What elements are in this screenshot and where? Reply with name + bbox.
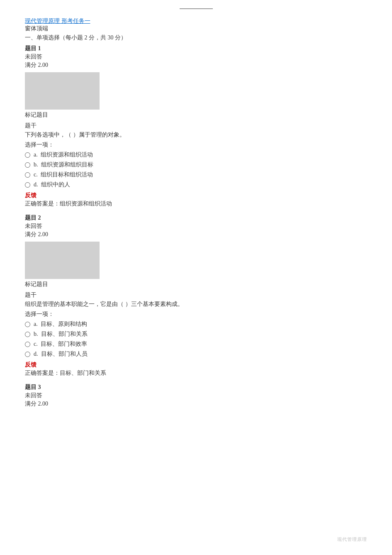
score-2: 满分 2.00	[25, 231, 367, 238]
question-text-1: 下列各选项中，（ ）属于管理的对象。	[25, 131, 367, 139]
question-label-2: 题目 2	[25, 214, 367, 222]
correct-answer-2: 正确答案是：目标、部门和关系	[25, 369, 367, 377]
select-prompt-2: 选择一项：	[25, 311, 367, 318]
radio-1b[interactable]	[25, 162, 30, 168]
unanswered-1: 未回答	[25, 53, 367, 61]
correct-answer-1: 正确答案是：组织资源和组织活动	[25, 200, 367, 208]
option-text-1c: c. 组织目标和组织活动	[34, 171, 93, 178]
score-3: 满分 2.00	[25, 400, 367, 408]
select-prompt-1: 选择一项：	[25, 141, 367, 149]
radio-1c[interactable]	[25, 172, 30, 178]
option-1c[interactable]: c. 组织目标和组织活动	[25, 171, 367, 178]
window-top-label: 窗体顶端	[25, 25, 367, 32]
option-text-1d: d. 组织中的人	[34, 181, 70, 188]
radio-2d[interactable]	[25, 352, 30, 357]
option-text-2c: c. 目标、部门和效率	[34, 340, 87, 348]
option-2a[interactable]: a. 目标、原则和结构	[25, 320, 367, 328]
radio-2a[interactable]	[25, 322, 30, 327]
question-block-2: 题目 2 未回答 满分 2.00 标记题目 题干 组织是管理的基本职能之一，它是…	[25, 214, 367, 377]
question-label-1: 题目 1	[25, 45, 367, 52]
unanswered-3: 未回答	[25, 392, 367, 399]
radio-1d[interactable]	[25, 182, 30, 188]
radio-2c[interactable]	[25, 342, 30, 347]
radio-2b[interactable]	[25, 332, 30, 337]
stem-label-1: 题干	[25, 122, 367, 130]
option-1b[interactable]: b. 组织资源和组织目标	[25, 161, 367, 169]
option-text-2b: b. 目标、部门和关系	[34, 330, 88, 338]
flag-label-2[interactable]: 标记题目	[25, 281, 367, 288]
flag-label-1[interactable]: 标记题目	[25, 111, 367, 119]
option-text-1b: b. 组织资源和组织目标	[34, 161, 93, 169]
feedback-label-2: 反馈	[25, 361, 367, 369]
option-text-2d: d. 目标、部门和人员	[34, 350, 88, 358]
option-1a[interactable]: a. 组织资源和组织活动	[25, 151, 367, 159]
unanswered-2: 未回答	[25, 222, 367, 230]
image-placeholder-1	[25, 72, 100, 110]
question-block-3: 题目 3 未回答 满分 2.00	[25, 384, 367, 408]
option-1d[interactable]: d. 组织中的人	[25, 181, 367, 188]
option-2c[interactable]: c. 目标、部门和效率	[25, 340, 367, 348]
question-block-1: 题目 1 未回答 满分 2.00 标记题目 题干 下列各选项中，（ ）属于管理的…	[25, 45, 367, 208]
watermark: 现代管理原理	[337, 536, 367, 543]
option-2d[interactable]: d. 目标、部门和人员	[25, 350, 367, 358]
options-list-1: a. 组织资源和组织活动 b. 组织资源和组织目标 c. 组织目标和组织活动 d…	[25, 151, 367, 188]
feedback-label-1: 反馈	[25, 192, 367, 199]
top-bar	[180, 8, 213, 9]
option-text-1a: a. 组织资源和组织活动	[34, 151, 93, 159]
image-placeholder-2	[25, 242, 100, 279]
stem-label-2: 题干	[25, 291, 367, 299]
section-title: 一、单项选择（每小题 2 分，共 30 分）	[25, 34, 367, 42]
page-link[interactable]: 现代管理原理 形考任务一	[25, 18, 90, 24]
question-label-3: 题目 3	[25, 384, 367, 391]
score-1: 满分 2.00	[25, 61, 367, 69]
option-2b[interactable]: b. 目标、部门和关系	[25, 330, 367, 338]
question-text-2: 组织是管理的基本职能之一，它是由（ ）三个基本要素构成。	[25, 301, 367, 308]
option-text-2a: a. 目标、原则和结构	[34, 320, 87, 328]
radio-1a[interactable]	[25, 152, 30, 158]
options-list-2: a. 目标、原则和结构 b. 目标、部门和关系 c. 目标、部门和效率 d. 目…	[25, 320, 367, 358]
